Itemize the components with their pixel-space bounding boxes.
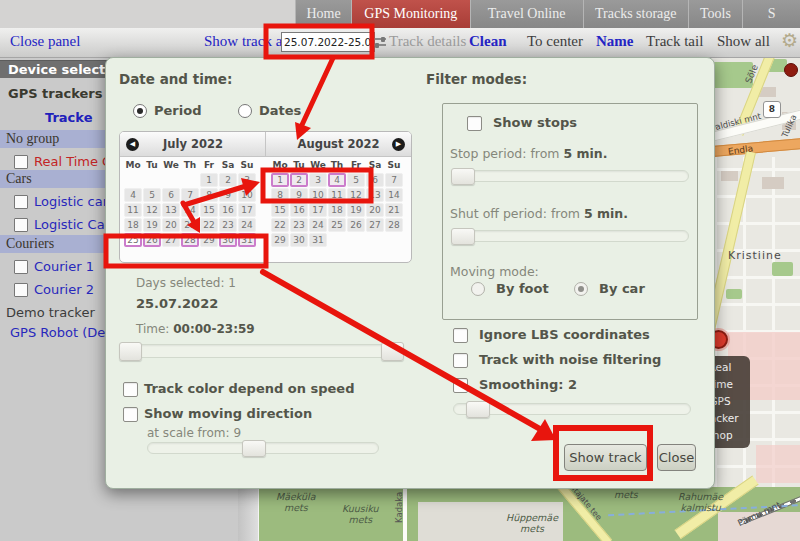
by-foot-label[interactable]: By foot (496, 281, 549, 296)
calendar-day[interactable]: 18 (124, 218, 142, 232)
show-stops-checkbox[interactable] (467, 116, 482, 131)
tab-settings-cut[interactable]: S (742, 0, 800, 28)
calendar-day[interactable]: 5 (143, 188, 161, 202)
calendar-day[interactable]: 11 (124, 203, 142, 217)
track-details-link[interactable]: Track details (389, 33, 466, 50)
calendar-day[interactable]: 3 (238, 173, 256, 187)
shutoff-period-thumb[interactable] (451, 228, 475, 245)
calendar-day[interactable]: 7 (385, 173, 403, 187)
tab-home[interactable]: Home (295, 0, 351, 28)
by-car-radio[interactable] (574, 282, 588, 296)
noise-filter-checkbox[interactable] (453, 353, 468, 368)
calendar-day[interactable]: 7 (181, 188, 199, 202)
map-marker-secondary[interactable] (784, 63, 798, 77)
show-all-link[interactable]: Show all (717, 33, 770, 50)
by-foot-radio[interactable] (471, 282, 485, 296)
tracker-logistic-2[interactable]: Logistic Car (34, 217, 110, 232)
tracker-courier-2[interactable]: Courier 2 (34, 282, 94, 297)
calendar-day[interactable]: 16 (219, 203, 237, 217)
name-link[interactable]: Name (596, 33, 634, 50)
close-button[interactable]: Close (657, 444, 696, 471)
calendar-day[interactable]: 10 (238, 188, 256, 202)
checkbox-real-time[interactable] (14, 155, 28, 169)
moving-direction-checkbox[interactable] (123, 407, 138, 422)
checkbox-logistic-2[interactable] (14, 218, 28, 232)
tab-gps-monitoring[interactable]: GPS Monitoring (351, 0, 470, 28)
calendar-day[interactable]: 6 (366, 173, 384, 187)
tracker-courier-1[interactable]: Courier 1 (34, 259, 94, 274)
calendar-day[interactable]: 12 (347, 188, 365, 202)
calendar-day[interactable]: 23 (219, 218, 237, 232)
to-center-link[interactable]: To center (527, 33, 583, 50)
shutoff-period-slider[interactable] (451, 230, 689, 242)
calendar-day[interactable]: 22 (271, 218, 289, 232)
dates-radio[interactable] (238, 104, 252, 118)
calendar-day[interactable]: 22 (200, 218, 218, 232)
checkbox-logistic-1[interactable] (14, 195, 28, 209)
calendar-day[interactable]: 8 (200, 188, 218, 202)
trackers-link[interactable]: Tracke (45, 110, 92, 125)
stop-period-slider[interactable] (451, 170, 689, 182)
calendar-day[interactable]: 13 (366, 188, 384, 202)
calendar-day[interactable]: 9 (219, 188, 237, 202)
calendar-day[interactable]: 19 (347, 203, 365, 217)
smoothing-slider[interactable] (453, 403, 691, 415)
calendar-day[interactable]: 12 (143, 203, 161, 217)
close-panel-link[interactable]: Close panel (10, 33, 80, 50)
scale-slider-thumb[interactable] (242, 440, 266, 457)
checkbox-courier-2[interactable] (14, 283, 28, 297)
date-range-input[interactable] (281, 32, 375, 52)
tab-tracks-storage[interactable]: Tracks storage (583, 0, 688, 28)
smoothing-checkbox[interactable] (453, 378, 468, 393)
tab-travel-online[interactable]: Travel Online (470, 0, 583, 28)
calendar-day[interactable]: 30 (290, 233, 308, 247)
calendar-day[interactable]: 5 (347, 173, 365, 187)
tracker-real-time[interactable]: Real Time G (34, 154, 112, 169)
track-color-checkbox[interactable] (123, 382, 138, 397)
track-color-label[interactable]: Track color depend on speed (144, 381, 355, 396)
calendar-day[interactable]: 17 (238, 203, 256, 217)
ignore-lbs-label[interactable]: Ignore LBS coordinates (479, 327, 650, 342)
calendar-day[interactable]: 25 (124, 233, 142, 247)
calendar-day[interactable]: 27 (366, 218, 384, 232)
calendar-day[interactable]: 19 (143, 218, 161, 232)
tracker-logistic-1[interactable]: Logistic car (34, 194, 108, 209)
calendar-day[interactable]: 24 (309, 218, 327, 232)
time-slider-thumb-start[interactable] (119, 342, 142, 361)
calendar-day[interactable]: 31 (238, 233, 256, 247)
calendar-day[interactable]: 26 (347, 218, 365, 232)
gear-icon[interactable]: ⚙ (781, 29, 798, 52)
calendar-day[interactable]: 20 (162, 218, 180, 232)
gps-robot-link[interactable]: GPS Robot (De (10, 325, 105, 340)
calendar-day[interactable]: 4 (328, 173, 346, 187)
calendar-day[interactable]: 26 (143, 233, 161, 247)
period-radio[interactable] (133, 104, 147, 118)
period-label[interactable]: Period (154, 103, 201, 118)
calendar-day[interactable]: 18 (328, 203, 346, 217)
calendar-day[interactable]: 15 (200, 203, 218, 217)
show-track-button[interactable]: Show track (564, 444, 647, 471)
smoothing-label[interactable]: Smoothing: 2 (479, 377, 577, 392)
smoothing-thumb[interactable] (466, 401, 490, 418)
calendar-day[interactable]: 29 (200, 233, 218, 247)
by-car-label[interactable]: By car (599, 281, 645, 296)
moving-direction-label[interactable]: Show moving direction (144, 406, 312, 421)
tab-tools[interactable]: Tools (688, 0, 742, 28)
calendar-day[interactable]: 31 (309, 233, 327, 247)
calendar-day[interactable]: 25 (328, 218, 346, 232)
track-options-icon[interactable] (374, 37, 386, 48)
calendar-day[interactable]: 30 (219, 233, 237, 247)
calendar-day[interactable]: 6 (162, 188, 180, 202)
calendar-day[interactable]: 15 (271, 203, 289, 217)
checkbox-courier-1[interactable] (14, 260, 28, 274)
clean-link[interactable]: Clean (469, 33, 507, 50)
calendar-day[interactable]: 27 (162, 233, 180, 247)
show-stops-label[interactable]: Show stops (493, 115, 577, 130)
calendar-day[interactable]: 2 (219, 173, 237, 187)
track-tail-link[interactable]: Track tail (646, 33, 703, 50)
calendar-day[interactable]: 1 (200, 173, 218, 187)
calendar-day[interactable]: 28 (181, 233, 199, 247)
calendar-day[interactable]: 28 (385, 218, 403, 232)
calendar-day[interactable]: 21 (181, 218, 199, 232)
time-range-slider[interactable] (119, 344, 403, 358)
